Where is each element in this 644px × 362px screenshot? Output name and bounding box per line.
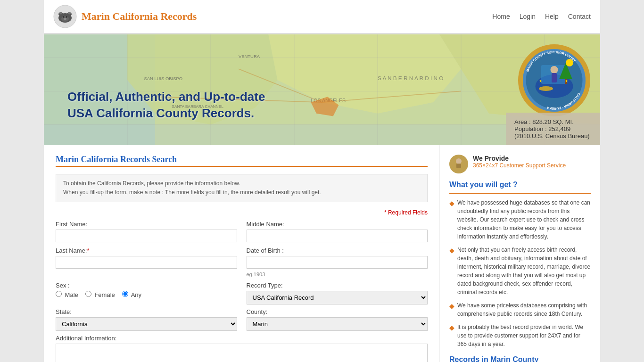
hero-info-box: Area : 828.20 SQ. MI. Population : 252,4… bbox=[506, 113, 600, 145]
svg-text:S A N  B E R N A R D I N O: S A N B E R N A R D I N O bbox=[378, 75, 443, 81]
svg-point-5 bbox=[68, 12, 71, 15]
benefit-item-0: ◆ We have possessed huge databases so th… bbox=[449, 198, 591, 241]
state-label: State: bbox=[56, 308, 237, 315]
record-type-group: Record Type: USA California Record Birth… bbox=[247, 282, 428, 304]
support-title: We Provide bbox=[473, 155, 566, 162]
benefit-item-3: ◆ It is probably the best record provide… bbox=[449, 323, 591, 348]
svg-text:★: ★ bbox=[565, 79, 568, 83]
last-name-input[interactable] bbox=[56, 256, 237, 269]
dob-label: Date of Birth : bbox=[247, 247, 428, 254]
first-name-group: First Name: bbox=[56, 221, 237, 242]
sex-any-label[interactable]: Any bbox=[122, 291, 141, 298]
benefit-text-1: Not only that you can freely access birt… bbox=[457, 246, 591, 296]
right-orange-divider bbox=[449, 193, 591, 194]
support-subtitle: 365×24x7 Customer Support Service bbox=[473, 162, 566, 169]
form-row-2: Last Name:* Date of Birth : eg.1903 bbox=[56, 247, 428, 277]
form-row-3: Sex : Male Female Any Record Type: USA C… bbox=[56, 282, 428, 304]
middle-name-group: Middle Name: bbox=[247, 221, 428, 242]
sex-any-radio[interactable] bbox=[122, 291, 128, 297]
county-select[interactable]: Marin bbox=[247, 317, 428, 331]
main-content: Marin California Records Search To obtai… bbox=[44, 145, 600, 362]
additional-textarea[interactable] bbox=[56, 344, 428, 362]
main-nav: Home Login Help Contact bbox=[492, 13, 591, 20]
benefit-text-3: It is probably the best record provider … bbox=[457, 323, 591, 348]
logo-area: Marin California Records bbox=[53, 5, 197, 28]
person-icon bbox=[452, 157, 466, 171]
info-line2: When you fill-up the form, make a note :… bbox=[63, 188, 420, 197]
first-name-label: First Name: bbox=[56, 221, 237, 228]
svg-point-9 bbox=[64, 18, 66, 20]
benefit-text-2: We have some priceless databases compris… bbox=[457, 301, 591, 318]
records-title: Records in Marin County bbox=[449, 355, 591, 362]
left-panel: Marin California Records Search To obtai… bbox=[44, 145, 440, 362]
right-panel: We Provide 365×24x7 Customer Support Ser… bbox=[440, 145, 600, 362]
svg-point-39 bbox=[539, 86, 553, 91]
svg-text:SAN LUIS OBISPO: SAN LUIS OBISPO bbox=[144, 76, 182, 81]
info-line1: To obtain the California Records, please… bbox=[63, 179, 420, 188]
sex-male-label[interactable]: Male bbox=[56, 291, 78, 298]
sex-female-radio[interactable] bbox=[85, 291, 91, 297]
bear-logo-icon bbox=[53, 5, 77, 28]
additional-info-row: Additional Information: bbox=[56, 335, 428, 362]
benefit-text-0: We have possessed huge databases so that… bbox=[457, 198, 591, 241]
support-icon bbox=[449, 155, 468, 173]
hero-headline: Official, Authentic, and Up-to-date USA … bbox=[67, 89, 265, 122]
first-name-input[interactable] bbox=[56, 230, 237, 242]
page-wrapper: Marin California Records Home Login Help… bbox=[44, 0, 600, 362]
nav-help[interactable]: Help bbox=[545, 13, 559, 20]
svg-rect-41 bbox=[552, 73, 557, 82]
required-note: * Required Fields bbox=[56, 209, 428, 216]
census-info: (2010.U.S. Census Bureau) bbox=[514, 132, 592, 140]
diamond-icon-1: ◆ bbox=[449, 246, 454, 255]
header: Marin California Records Home Login Help… bbox=[44, 0, 600, 34]
diamond-icon-0: ◆ bbox=[449, 198, 454, 208]
what-get-title: What you will get ? bbox=[449, 181, 591, 189]
hero-section: SAN LUIS OBISPO SANTA BARBARA CHANNEL LO… bbox=[44, 34, 600, 145]
population-info: Population : 252,409 bbox=[514, 125, 592, 132]
state-select[interactable]: California bbox=[56, 317, 237, 331]
benefit-item-1: ◆ Not only that you can freely access bi… bbox=[449, 246, 591, 296]
svg-text:VENTURA: VENTURA bbox=[239, 54, 260, 59]
svg-point-50 bbox=[456, 158, 462, 164]
nav-login[interactable]: Login bbox=[520, 13, 536, 20]
county-group: County: Marin bbox=[247, 308, 428, 331]
dob-hint: eg.1903 bbox=[247, 272, 428, 277]
sex-options: Male Female Any bbox=[56, 291, 237, 298]
nav-home[interactable]: Home bbox=[492, 13, 510, 20]
county-label: County: bbox=[247, 308, 428, 315]
county-seal: MARIN COUNTY SUPERIOR COURT CALIFORNIA ·… bbox=[518, 44, 591, 118]
state-county-row: State: California County: Marin bbox=[56, 308, 428, 331]
svg-point-7 bbox=[63, 16, 65, 18]
svg-rect-52 bbox=[456, 164, 461, 168]
sex-male-radio[interactable] bbox=[56, 291, 62, 297]
state-group: State: California bbox=[56, 308, 237, 331]
middle-name-label: Middle Name: bbox=[247, 221, 428, 228]
area-info: Area : 828.20 SQ. MI. bbox=[514, 118, 592, 125]
additional-label: Additional Information: bbox=[56, 335, 428, 342]
dob-input[interactable] bbox=[247, 256, 428, 269]
search-title: Marin California Records Search bbox=[56, 155, 428, 165]
logo-text: Marin California Records bbox=[82, 10, 197, 23]
search-form: First Name: Middle Name: Last Name:* bbox=[56, 221, 428, 362]
svg-point-8 bbox=[66, 16, 67, 18]
sex-female-label[interactable]: Female bbox=[85, 291, 115, 298]
svg-point-4 bbox=[59, 12, 62, 15]
orange-divider bbox=[56, 166, 428, 167]
last-name-group: Last Name:* bbox=[56, 247, 237, 277]
diamond-icon-2: ◆ bbox=[449, 301, 454, 311]
sex-group: Sex : Male Female Any bbox=[56, 282, 237, 304]
form-row-1: First Name: Middle Name: bbox=[56, 221, 428, 242]
svg-point-40 bbox=[551, 66, 558, 74]
dob-group: Date of Birth : eg.1903 bbox=[247, 247, 428, 277]
benefit-item-2: ◆ We have some priceless databases compr… bbox=[449, 301, 591, 318]
sex-label: Sex : bbox=[56, 282, 237, 289]
middle-name-input[interactable] bbox=[247, 230, 428, 242]
record-type-label: Record Type: bbox=[247, 282, 428, 289]
record-type-select[interactable]: USA California Record Birth Record Death… bbox=[247, 291, 428, 304]
support-box: We Provide 365×24x7 Customer Support Ser… bbox=[449, 155, 591, 173]
svg-text:★: ★ bbox=[539, 79, 542, 83]
last-name-label: Last Name:* bbox=[56, 247, 237, 254]
diamond-icon-3: ◆ bbox=[449, 323, 454, 333]
nav-contact[interactable]: Contact bbox=[568, 13, 591, 20]
info-box: To obtain the California Records, please… bbox=[56, 174, 428, 202]
